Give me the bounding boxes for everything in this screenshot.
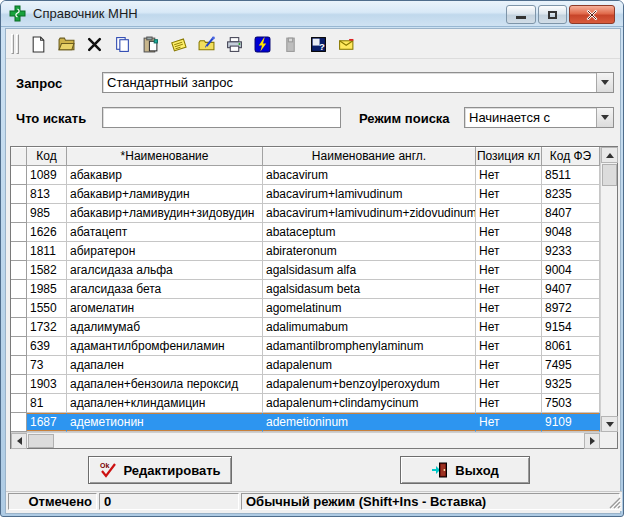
table-cell[interactable]: 1582	[27, 261, 67, 280]
new-icon[interactable]	[28, 34, 48, 54]
table-cell[interactable]: Нет	[476, 356, 542, 375]
column-header[interactable]: Код ФЭ	[542, 147, 600, 166]
resize-grip[interactable]	[608, 496, 621, 509]
table-cell[interactable]: агалсидаза бета	[67, 280, 263, 299]
table-cell[interactable]: Нет	[476, 318, 542, 337]
mail-icon[interactable]	[336, 34, 356, 54]
search-mode-dropdown[interactable]	[596, 108, 613, 127]
table-cell[interactable]: 985	[27, 204, 67, 223]
table-cell[interactable]: Нет	[476, 337, 542, 356]
search-input[interactable]	[103, 108, 340, 127]
table-cell[interactable]: adamantilbromphenylaminum	[263, 337, 476, 356]
table-cell[interactable]: адапален+бензоила пероксид	[67, 375, 263, 394]
table-cell[interactable]: 9109	[542, 413, 600, 432]
pharmacy-cross-icon[interactable]	[9, 5, 26, 22]
row-selector-cell[interactable]	[11, 394, 27, 413]
maximize-button[interactable]	[538, 5, 567, 24]
print-disabled-icon[interactable]	[280, 34, 300, 54]
table-cell[interactable]: 1550	[27, 299, 67, 318]
table-cell[interactable]: adapalenum+clindamycinum	[263, 394, 476, 413]
edit-record-icon[interactable]	[196, 34, 216, 54]
print-icon[interactable]	[224, 34, 244, 54]
table-row[interactable]: 81адапален+клиндамицинadapalenum+clindam…	[11, 394, 600, 413]
table-cell[interactable]: 1985	[27, 280, 67, 299]
minimize-button[interactable]	[506, 5, 536, 24]
row-selector-cell[interactable]	[11, 223, 27, 242]
table-row[interactable]: 1687адеметионинademetioninumНет9109	[11, 413, 600, 432]
table-cell[interactable]: agalsidasum beta	[263, 280, 476, 299]
execute-lightning-icon[interactable]	[252, 34, 272, 54]
table-cell[interactable]: abacavirum	[263, 166, 476, 185]
table-cell[interactable]: адапален+клиндамицин	[67, 394, 263, 413]
table-row[interactable]: 1732адалимумабadalimumabumНет9154	[11, 318, 600, 337]
table-cell[interactable]: abacavirum+lamivudinum+zidovudinum	[263, 204, 476, 223]
table-cell[interactable]: Нет	[476, 261, 542, 280]
scroll-down-button[interactable]	[601, 416, 618, 432]
table-row[interactable]: 813абакавир+ламивудинabacavirum+lamivudi…	[11, 185, 600, 204]
table-cell[interactable]: 9233	[542, 242, 600, 261]
open-icon[interactable]	[56, 34, 76, 54]
delete-icon[interactable]	[84, 34, 104, 54]
table-cell[interactable]: Нет	[476, 185, 542, 204]
table-row[interactable]: 985абакавир+ламивудин+зидовудинabacaviru…	[11, 204, 600, 223]
table-cell[interactable]: Нет	[476, 375, 542, 394]
table-cell[interactable]: abacavirum+lamivudinum	[263, 185, 476, 204]
table-row[interactable]: 1582агалсидаза альфаagalsidasum alfaНет9…	[11, 261, 600, 280]
table-row[interactable]: 1550агомелатинagomelatinumНет8972	[11, 299, 600, 318]
paste-icon[interactable]	[140, 34, 160, 54]
table-cell[interactable]: 9407	[542, 280, 600, 299]
table-cell[interactable]: 7495	[542, 356, 600, 375]
close-button[interactable]	[569, 5, 615, 24]
row-selector-cell[interactable]	[11, 375, 27, 394]
table-cell[interactable]: abataceptum	[263, 223, 476, 242]
table-cell[interactable]: 9325	[542, 375, 600, 394]
table-cell[interactable]: Нет	[476, 242, 542, 261]
table-cell[interactable]: 73	[27, 356, 67, 375]
row-selector-cell[interactable]	[11, 261, 27, 280]
table-cell[interactable]: адеметионин	[67, 413, 263, 432]
column-header[interactable]: Позиция кл	[476, 147, 542, 166]
row-selector-cell[interactable]	[11, 337, 27, 356]
vertical-scrollbar-thumb[interactable]	[602, 164, 617, 186]
table-cell[interactable]: 1626	[27, 223, 67, 242]
table-cell[interactable]: абакавир+ламивудин	[67, 185, 263, 204]
edit-button[interactable]: Ok Редактировать	[88, 456, 232, 484]
table-cell[interactable]: 1089	[27, 166, 67, 185]
row-selector-cell[interactable]	[11, 413, 27, 432]
table-cell[interactable]: adalimumabum	[263, 318, 476, 337]
table-cell[interactable]: 8061	[542, 337, 600, 356]
table-cell[interactable]: Нет	[476, 280, 542, 299]
row-selector-cell[interactable]	[11, 318, 27, 337]
table-cell[interactable]: Нет	[476, 223, 542, 242]
row-selector-cell[interactable]	[11, 299, 27, 318]
row-selector-cell[interactable]	[11, 166, 27, 185]
toolbar-gripper[interactable]	[11, 34, 19, 54]
table-cell[interactable]: 1811	[27, 242, 67, 261]
column-header[interactable]: Наименование англ.	[263, 147, 476, 166]
table-cell[interactable]: abirateronum	[263, 242, 476, 261]
table-cell[interactable]: 81	[27, 394, 67, 413]
exit-button[interactable]: Выход	[400, 456, 530, 484]
table-cell[interactable]: 9154	[542, 318, 600, 337]
table-row[interactable]: 1626абатацептabataceptumНет9048	[11, 223, 600, 242]
table-cell[interactable]: 1732	[27, 318, 67, 337]
memo-icon[interactable]	[168, 34, 188, 54]
column-header[interactable]	[11, 147, 27, 166]
table-cell[interactable]: абатацепт	[67, 223, 263, 242]
table-row[interactable]: 1985агалсидаза бетаagalsidasum betaНет94…	[11, 280, 600, 299]
horizontal-scrollbar-thumb[interactable]	[28, 434, 54, 448]
table-row[interactable]: 1811абиратеронabirateronumНет9233	[11, 242, 600, 261]
horizontal-scrollbar[interactable]	[11, 432, 600, 448]
table-cell[interactable]: адапален	[67, 356, 263, 375]
table-cell[interactable]: адамантилбромфениламин	[67, 337, 263, 356]
row-selector-cell[interactable]	[11, 204, 27, 223]
table-cell[interactable]: ademetioninum	[263, 413, 476, 432]
table-cell[interactable]: Нет	[476, 394, 542, 413]
query-combobox-dropdown[interactable]	[596, 73, 613, 92]
table-row[interactable]: 1089абакавирabacavirumНет8511	[11, 166, 600, 185]
vertical-scrollbar[interactable]	[600, 147, 617, 432]
table-cell[interactable]: agalsidasum alfa	[263, 261, 476, 280]
row-selector-cell[interactable]	[11, 356, 27, 375]
table-cell[interactable]: 1903	[27, 375, 67, 394]
table-cell[interactable]: 639	[27, 337, 67, 356]
